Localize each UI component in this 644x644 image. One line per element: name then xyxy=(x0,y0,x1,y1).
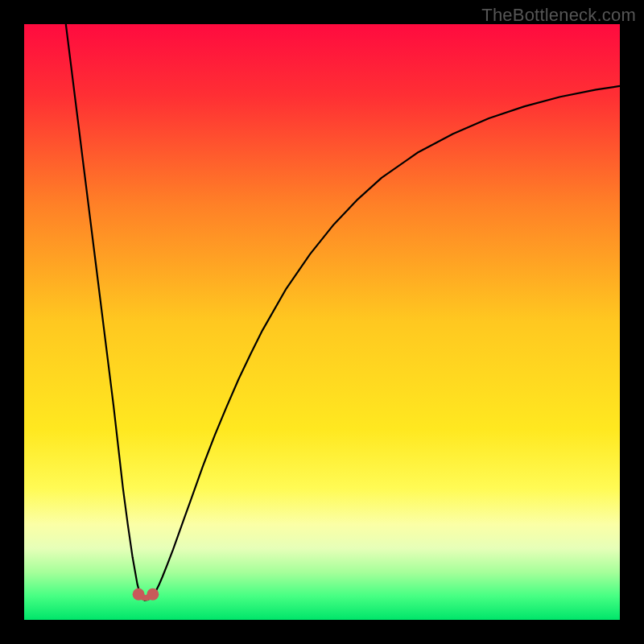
chart-frame: TheBottleneck.com xyxy=(0,0,644,644)
plot-area xyxy=(24,24,620,620)
valley-marker-dot xyxy=(147,588,159,601)
bottleneck-chart xyxy=(24,24,620,620)
watermark-label: TheBottleneck.com xyxy=(481,5,636,26)
gradient-background xyxy=(24,24,620,620)
valley-marker-dot xyxy=(133,588,145,601)
